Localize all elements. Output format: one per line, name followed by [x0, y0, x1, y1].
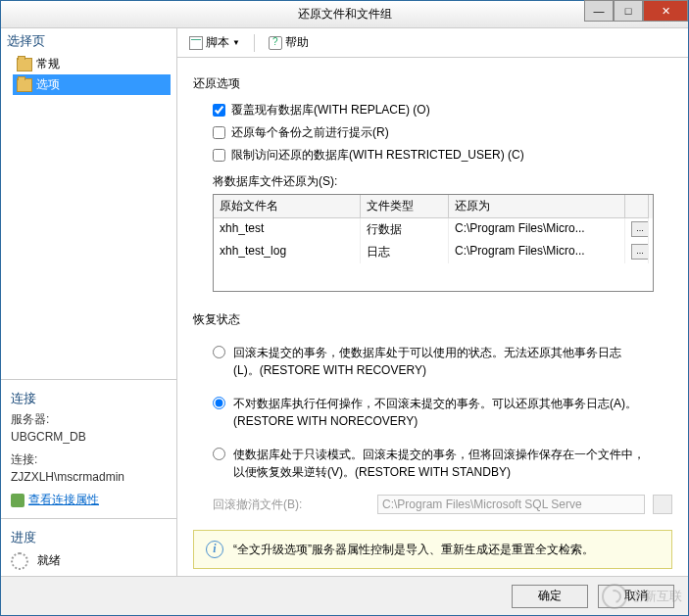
footer: 确定 取消	[1, 576, 688, 615]
dropdown-arrow-icon: ▼	[232, 38, 240, 47]
checkbox-restricted[interactable]	[213, 149, 225, 162]
column-header-original[interactable]: 原始文件名	[214, 195, 361, 218]
help-icon	[269, 36, 282, 50]
column-header-restoreas[interactable]: 还原为	[449, 195, 625, 218]
standby-browse-button	[653, 495, 672, 514]
restore-options-header: 还原选项	[193, 75, 672, 92]
connection-icon	[11, 494, 25, 507]
browse-button[interactable]: ...	[631, 221, 649, 237]
connection-label: 连接:	[11, 451, 167, 468]
standby-file-input	[377, 495, 645, 514]
sidebar-item-options[interactable]: 选项	[13, 74, 171, 95]
connection-value: ZJZXLH\mscrmadmin	[11, 470, 167, 484]
sidebar: 选择页 常规 选项 连接 服务器: UBGCRM_DB 连接: ZJZXLH\m…	[1, 28, 177, 576]
radio-norecovery-label: 不对数据库执行任何操作，不回滚未提交的事务。可以还原其他事务日志(A)。(RES…	[233, 395, 645, 430]
standby-file-label: 回滚撤消文件(B):	[213, 497, 369, 513]
help-label: 帮助	[285, 34, 309, 51]
files-table-label: 将数据库文件还原为(S):	[213, 173, 672, 190]
cell-restoreas: C:\Program Files\Micro...	[449, 241, 625, 263]
toolbar: 脚本 ▼ 帮助	[177, 28, 688, 58]
recovery-state-header: 恢复状态	[193, 311, 672, 328]
watermark-icon	[602, 584, 627, 609]
cell-type: 日志	[361, 241, 449, 263]
select-page-header: 选择页	[7, 32, 171, 50]
connection-header: 连接	[11, 390, 167, 407]
sidebar-item-label: 常规	[36, 56, 60, 72]
progress-value: 就绪	[37, 553, 61, 567]
script-label: 脚本	[206, 34, 229, 51]
server-label: 服务器:	[11, 411, 167, 428]
table-row[interactable]: xhh_test 行数据 C:\Program Files\Micro... .…	[214, 218, 653, 241]
column-header-type[interactable]: 文件类型	[361, 195, 449, 218]
maximize-button[interactable]: □	[614, 0, 643, 22]
radio-standby[interactable]	[213, 448, 225, 460]
checkbox-replace[interactable]	[213, 104, 225, 117]
server-value: UBGCRM_DB	[11, 430, 167, 444]
checkbox-prompt-label: 还原每个备份之前进行提示(R)	[231, 124, 389, 141]
radio-standby-label: 使数据库处于只读模式。回滚未提交的事务，但将回滚操作保存在一个文件中，以便恢复效…	[233, 446, 645, 481]
progress-spinner-icon	[11, 552, 28, 570]
help-button[interactable]: 帮助	[265, 32, 313, 53]
cell-original: xhh_test_log	[214, 241, 361, 263]
watermark: 创新互联	[602, 584, 682, 609]
minimize-button[interactable]: —	[584, 0, 614, 22]
sidebar-item-general[interactable]: 常规	[13, 54, 171, 74]
info-box: i “全文升级选项”服务器属性控制是导入、重新生成还是重置全文检索。	[193, 530, 672, 569]
radio-recovery-label: 回滚未提交的事务，使数据库处于可以使用的状态。无法还原其他事务日志(L)。(RE…	[233, 344, 645, 379]
page-icon	[17, 58, 32, 71]
sidebar-item-label: 选项	[36, 76, 60, 93]
watermark-text: 创新互联	[631, 588, 682, 605]
cell-type: 行数据	[361, 218, 449, 241]
cell-restoreas: C:\Program Files\Micro...	[449, 218, 625, 241]
info-text: “全文升级选项”服务器属性控制是导入、重新生成还是重置全文检索。	[233, 542, 594, 558]
radio-recovery[interactable]	[213, 346, 225, 358]
checkbox-restricted-label: 限制访问还原的数据库(WITH RESTRICTED_USER) (C)	[231, 147, 524, 164]
files-table: 原始文件名 文件类型 还原为 xhh_test 行数据 C:\Program F…	[213, 194, 654, 292]
table-row[interactable]: xhh_test_log 日志 C:\Program Files\Micro..…	[214, 241, 653, 263]
titlebar[interactable]: 还原文件和文件组 — □ ✕	[1, 1, 688, 28]
cell-original: xhh_test	[214, 218, 361, 241]
script-button[interactable]: 脚本 ▼	[185, 32, 244, 53]
info-icon: i	[206, 541, 223, 558]
view-connection-link[interactable]: 查看连接属性	[28, 492, 99, 508]
separator	[254, 34, 255, 52]
script-icon	[189, 36, 203, 50]
progress-header: 进度	[11, 529, 167, 546]
radio-norecovery[interactable]	[213, 397, 225, 409]
close-button[interactable]: ✕	[643, 0, 688, 22]
ok-button[interactable]: 确定	[512, 585, 588, 608]
page-icon	[17, 78, 32, 92]
checkbox-replace-label: 覆盖现有数据库(WITH REPLACE) (O)	[231, 102, 430, 118]
checkbox-prompt[interactable]	[213, 126, 225, 139]
browse-button[interactable]: ...	[631, 244, 649, 260]
